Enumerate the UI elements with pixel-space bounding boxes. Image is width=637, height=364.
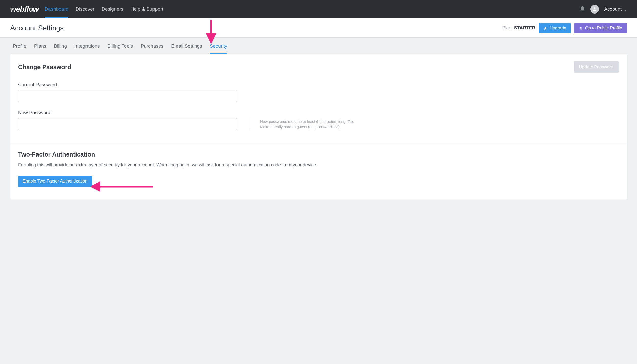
tab-integrations[interactable]: Integrations: [74, 38, 100, 54]
tab-profile[interactable]: Profile: [13, 38, 27, 54]
tab-billing-tools[interactable]: Billing Tools: [107, 38, 133, 54]
current-password-input[interactable]: [18, 90, 237, 102]
account-label: Account: [604, 6, 622, 12]
star-icon: [543, 26, 547, 30]
change-password-section: Change Password Update Password Current …: [10, 54, 627, 143]
new-password-input[interactable]: [18, 118, 237, 130]
page-header: Account Settings Plan: STARTER Upgrade G…: [0, 18, 637, 38]
chevron-down-icon: [624, 8, 627, 11]
topnav-right: Account: [580, 5, 627, 14]
tabs-container: Profile Plans Billing Integrations Billi…: [0, 38, 637, 54]
nav-designers[interactable]: Designers: [101, 0, 123, 18]
current-password-field: Current Password:: [18, 82, 619, 102]
page-title: Account Settings: [10, 24, 64, 32]
public-profile-button[interactable]: Go to Public Profile: [574, 23, 627, 33]
new-password-row: New passwords must be at least 6 charact…: [18, 118, 619, 130]
new-password-label: New Password:: [18, 110, 619, 115]
tab-billing[interactable]: Billing: [54, 38, 67, 54]
settings-tabs: Profile Plans Billing Integrations Billi…: [10, 38, 627, 54]
top-navigation: webflow Dashboard Discover Designers Hel…: [0, 0, 637, 18]
logo[interactable]: webflow: [10, 5, 39, 14]
nav-discover[interactable]: Discover: [75, 0, 94, 18]
notifications-bell-icon[interactable]: [580, 6, 585, 12]
twofa-title: Two-Factor Authentication: [18, 151, 619, 158]
nav-dashboard[interactable]: Dashboard: [45, 0, 68, 18]
update-password-button[interactable]: Update Password: [574, 61, 619, 73]
tab-email-settings[interactable]: Email Settings: [171, 38, 202, 54]
tab-plans[interactable]: Plans: [34, 38, 46, 54]
avatar-icon[interactable]: [590, 5, 599, 14]
password-section-title: Change Password: [18, 63, 71, 71]
nav-help-support[interactable]: Help & Support: [131, 0, 163, 18]
header-actions: Plan: STARTER Upgrade Go to Public Profi…: [502, 23, 627, 33]
password-hint: New passwords must be at least 6 charact…: [260, 119, 357, 129]
new-password-field: New Password: New passwords must be at l…: [18, 110, 619, 130]
account-menu[interactable]: Account: [604, 6, 627, 12]
enable-twofa-button[interactable]: Enable Two-Factor Authentication: [18, 176, 92, 187]
plan-indicator: Plan: STARTER: [502, 25, 536, 31]
content-area: Change Password Update Password Current …: [0, 54, 637, 210]
upgrade-button[interactable]: Upgrade: [539, 23, 571, 33]
person-icon: [579, 26, 583, 30]
password-section-header: Change Password Update Password: [18, 61, 619, 73]
settings-card: Change Password Update Password Current …: [10, 54, 627, 200]
tab-purchases[interactable]: Purchases: [141, 38, 163, 54]
topnav-items: Dashboard Discover Designers Help & Supp…: [45, 0, 580, 18]
twofa-description: Enabling this will provide an extra laye…: [18, 162, 619, 168]
current-password-label: Current Password:: [18, 82, 619, 87]
two-factor-section: Two-Factor Authentication Enabling this …: [10, 143, 627, 200]
hint-divider: [250, 118, 250, 130]
tab-security[interactable]: Security: [210, 38, 227, 54]
